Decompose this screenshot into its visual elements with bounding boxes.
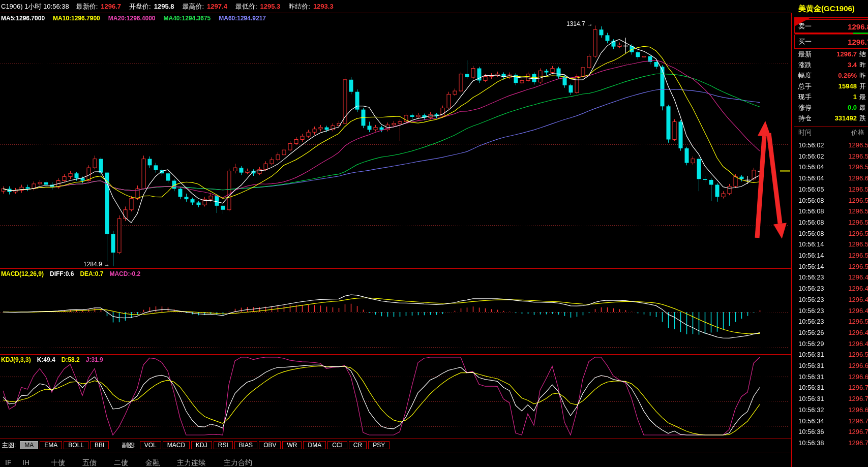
quote-row-label: 最新	[798, 49, 812, 59]
tick-row[interactable]: 10:56:291296.4	[794, 338, 868, 349]
tick-row[interactable]: 10:56:051296.5	[794, 184, 868, 195]
tick-row[interactable]: 10:56:081296.5	[794, 228, 868, 239]
quote-row-value: 1	[815, 91, 857, 102]
main-ind-btn-bbi[interactable]: BBI	[90, 441, 109, 449]
sub-ind-btn-macd[interactable]: MACD	[163, 441, 190, 449]
tick-row[interactable]: 10:56:311296.6	[794, 360, 868, 371]
tick-price: 1296.5	[833, 184, 868, 195]
bid-row[interactable]: 买一 1296.7	[794, 35, 868, 49]
main-ind-btn-ema[interactable]: EMA	[40, 441, 62, 449]
tick-list-header: 时间 价格	[794, 127, 868, 138]
tick-row[interactable]: 10:56:311296.7	[794, 382, 868, 393]
tick-price: 1296.4	[833, 272, 868, 283]
tick-row[interactable]: 10:56:381296.7	[794, 438, 868, 448]
chart-canvas[interactable]	[0, 0, 868, 467]
tick-row[interactable]: 10:56:141296.5	[794, 239, 868, 250]
tick-time: 10:56:38	[798, 438, 824, 448]
price-field-label: 最高价:	[182, 3, 204, 10]
tick-row[interactable]: 10:56:311296.7	[794, 393, 868, 404]
tick-price: 1296.6	[833, 360, 868, 371]
contract-tab-6[interactable]: 主力连续	[177, 458, 205, 467]
tick-row[interactable]: 10:56:231296.5	[794, 316, 868, 327]
sub-ind-btn-dma[interactable]: DMA	[303, 441, 326, 449]
price-field: 开盘价:1295.8	[129, 3, 174, 10]
sub-ind-btn-rsi[interactable]: RSI	[214, 441, 233, 449]
tick-price: 1296.6	[833, 173, 868, 183]
quote-row-label: 持仓	[798, 113, 812, 123]
tick-price: 1296.5	[833, 206, 868, 216]
price-field-label: 开盘价:	[129, 3, 151, 10]
main-ind-btn-boll[interactable]: BOLL	[64, 441, 88, 449]
sub-ind-btn-vol[interactable]: VOL	[140, 441, 161, 449]
sub-ind-btn-kdj[interactable]: KDJ	[191, 441, 212, 449]
tick-row[interactable]: 10:56:231296.4	[794, 305, 868, 316]
sub-ind-btn-psy[interactable]: PSY	[368, 441, 390, 449]
tick-time: 10:56:14	[798, 250, 824, 261]
tick-row[interactable]: 10:56:141296.5	[794, 261, 868, 272]
tick-price: 1296.6	[833, 404, 868, 415]
tick-time: 10:56:31	[798, 371, 824, 382]
tick-price: 1296.4	[833, 305, 868, 316]
quote-row-label: 涨停	[798, 102, 812, 113]
tick-row[interactable]: 10:56:231296.4	[794, 283, 868, 294]
macd-label: DIFF:0.6	[50, 270, 74, 277]
tick-row[interactable]: 10:56:231296.4	[794, 272, 868, 283]
sub-ind-btn-bias[interactable]: BIAS	[234, 441, 257, 449]
kdj-label: KDJ(9,3,3)	[1, 356, 31, 363]
quote-row-涨跌: 涨跌3.4昨	[794, 59, 868, 70]
price-field: 最高价:1297.4	[182, 3, 227, 10]
tick-row[interactable]: 10:56:021296.5	[794, 140, 868, 150]
tick-time: 10:56:23	[798, 272, 824, 283]
sub-ind-btn-cr[interactable]: CR	[349, 441, 367, 449]
sub-chart-label: 副图:	[122, 441, 135, 450]
macd-label: MACD(12,26,9)	[1, 270, 44, 277]
sub-ind-btn-wr[interactable]: WR	[282, 441, 302, 449]
tick-row[interactable]: 10:56:311296.5	[794, 349, 868, 360]
tick-row[interactable]: 10:56:081296.5	[794, 206, 868, 216]
tick-price: 1296.5	[833, 217, 868, 228]
tick-row[interactable]: 10:56:341296.7	[794, 416, 868, 426]
ask-row[interactable]: 卖一 1296.8	[794, 19, 868, 34]
tick-price: 1296.5	[833, 195, 868, 206]
contract-tab-5[interactable]: 金融	[145, 458, 160, 467]
sub-ind-btn-obv[interactable]: OBV	[259, 441, 281, 449]
tick-time: 10:56:36	[798, 426, 824, 437]
tick-row[interactable]: 10:56:041296.6	[794, 173, 868, 183]
contract-tab-3[interactable]: 五债	[82, 458, 97, 467]
tick-row[interactable]: 10:56:141296.5	[794, 250, 868, 261]
tick-row[interactable]: 10:56:261296.4	[794, 327, 868, 338]
quote-row-value: 0.0	[815, 102, 857, 113]
tick-row[interactable]: 10:56:081296.5	[794, 217, 868, 228]
contract-tab-1[interactable]: IH	[22, 458, 29, 466]
tick-row[interactable]: 10:56:021296.5	[794, 151, 868, 162]
contract-tab-2[interactable]: 十债	[51, 458, 65, 467]
quote-row-幅度: 幅度0.26%昨	[794, 70, 868, 81]
tick-price: 1296.5	[833, 250, 868, 261]
tick-time: 10:56:29	[798, 338, 824, 349]
tick-row[interactable]: 10:56:041296.5	[794, 162, 868, 172]
contract-tab-0[interactable]: IF	[5, 458, 11, 466]
tick-row[interactable]: 10:56:081296.5	[794, 195, 868, 206]
quote-row-value: 15948	[815, 81, 857, 91]
tick-row[interactable]: 10:56:311296.6	[794, 371, 868, 382]
tick-price: 1296.4	[833, 294, 868, 305]
main-ind-btn-ma[interactable]: MA	[20, 441, 38, 449]
contract-tab-7[interactable]: 主力合约	[224, 458, 252, 467]
contract-tab-4[interactable]: 二债	[114, 458, 128, 467]
quote-row-label: 幅度	[798, 70, 812, 81]
tick-row[interactable]: 10:56:361296.7	[794, 426, 868, 437]
low-price-annotation: 1284.9 →	[76, 261, 110, 268]
tick-row[interactable]: 10:56:231296.4	[794, 294, 868, 305]
main-indicator-buttons: MAEMABOLLBBI	[20, 441, 110, 450]
tick-time: 10:56:08	[798, 228, 824, 239]
tick-row[interactable]: 10:56:321296.6	[794, 404, 868, 415]
tick-time: 10:56:31	[798, 393, 824, 404]
quote-row-extra-label: 昨	[859, 59, 866, 70]
buy-ratio-segment	[853, 33, 868, 34]
tick-time: 10:56:23	[798, 305, 824, 316]
ma-value-labels: MA5:1296.7000MA10:1296.7900MA20:1296.400…	[1, 14, 274, 22]
sub-ind-btn-cci[interactable]: CCI	[327, 441, 347, 449]
tick-time: 10:56:05	[798, 184, 824, 195]
tick-time: 10:56:04	[798, 162, 824, 172]
quote-row-value: 0.26%	[815, 70, 857, 81]
